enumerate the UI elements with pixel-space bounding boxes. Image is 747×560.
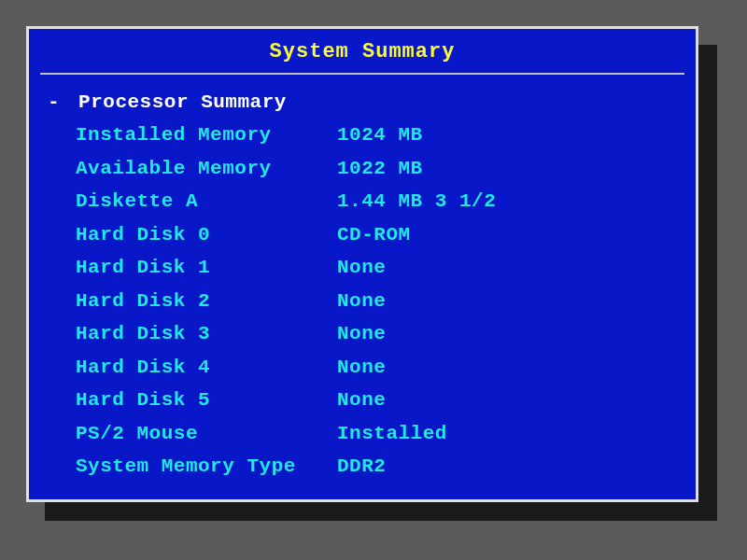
field-label: System Memory Type	[76, 452, 337, 482]
bios-window: System Summary - Processor Summary Insta…	[26, 26, 698, 502]
list-item[interactable]: Installed Memory 1024 MB	[48, 119, 677, 152]
list-item[interactable]: Hard Disk 2 None	[48, 285, 677, 318]
field-value: None	[337, 287, 386, 316]
field-label: Hard Disk 3	[76, 319, 337, 349]
field-value: None	[337, 253, 386, 283]
list-item[interactable]: Hard Disk 5 None	[48, 384, 677, 417]
field-value: None	[337, 385, 386, 415]
list-item[interactable]: Hard Disk 3 None	[48, 317, 677, 351]
page-title: System Summary	[270, 40, 456, 63]
list-item[interactable]: Available Memory 1022 MB	[48, 152, 677, 186]
list-item[interactable]: Hard Disk 1 None	[48, 251, 677, 285]
field-value: None	[337, 353, 386, 383]
field-value: 1022 MB	[337, 154, 423, 184]
section-header[interactable]: - Processor Summary	[48, 91, 677, 113]
field-label: Hard Disk 2	[76, 287, 337, 316]
field-label: Hard Disk 4	[76, 353, 337, 383]
field-label: Installed Memory	[76, 120, 337, 150]
field-value: Installed	[337, 419, 447, 449]
field-value: DDR2	[337, 452, 386, 482]
list-item[interactable]: Hard Disk 0 CD-ROM	[48, 218, 677, 252]
field-value: 1.44 MB 3 1/2	[337, 187, 496, 217]
field-value: 1024 MB	[337, 120, 423, 150]
list-item[interactable]: PS/2 Mouse Installed	[48, 417, 677, 451]
field-label: PS/2 Mouse	[76, 419, 337, 449]
title-bar: System Summary	[40, 29, 684, 75]
field-label: Available Memory	[76, 154, 337, 184]
field-value: None	[337, 319, 386, 349]
content-area: - Processor Summary Installed Memory 102…	[29, 75, 696, 493]
expand-marker: -	[48, 91, 66, 113]
list-item[interactable]: Hard Disk 4 None	[48, 351, 677, 385]
list-item[interactable]: Diskette A 1.44 MB 3 1/2	[48, 185, 677, 218]
field-label: Hard Disk 5	[76, 385, 337, 415]
field-label: Hard Disk 1	[76, 253, 337, 283]
field-label: Diskette A	[76, 187, 337, 217]
section-title: Processor Summary	[78, 91, 287, 113]
field-value: CD-ROM	[337, 220, 411, 250]
list-item[interactable]: System Memory Type DDR2	[48, 450, 677, 483]
field-label: Hard Disk 0	[76, 220, 337, 250]
